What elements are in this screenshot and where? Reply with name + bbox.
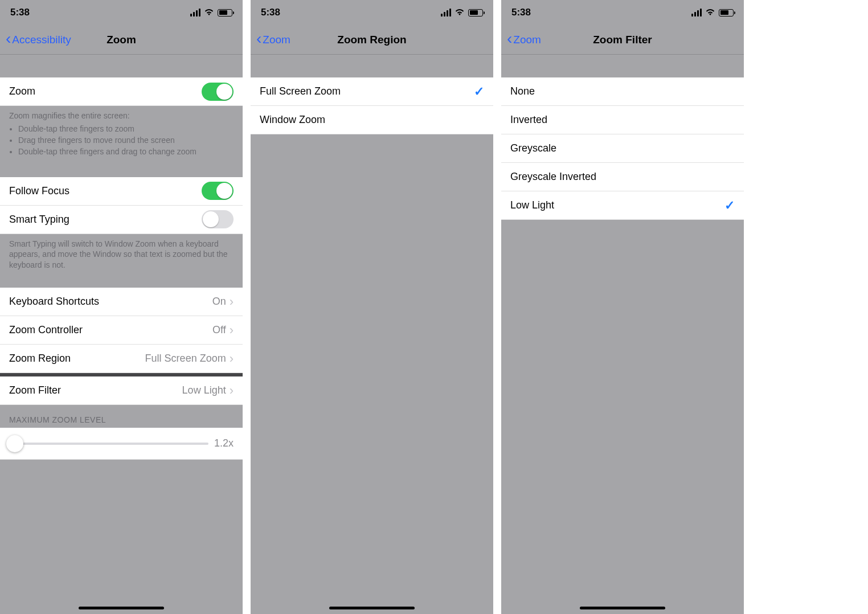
row-value: Off [212,324,226,336]
option-label: Inverted [510,114,735,126]
chevron-right-icon: › [230,323,234,338]
option-label: Window Zoom [260,114,484,126]
status-time: 5:38 [261,7,280,18]
battery-icon [468,9,483,17]
option-label: Greyscale [510,142,735,154]
row-label: Zoom Region [9,353,145,365]
follow-focus-row[interactable]: Follow Focus [0,177,243,206]
status-time: 5:38 [10,7,30,18]
max-zoom-header: MAXIMUM ZOOM LEVEL [0,405,243,428]
back-label: Zoom [263,34,290,46]
back-button[interactable]: ‹ Accessibility [6,25,71,54]
back-button[interactable]: ‹ Zoom [507,25,541,54]
max-zoom-slider[interactable] [9,443,208,445]
back-label: Zoom [513,34,541,46]
zoom-toggle-row[interactable]: Zoom [0,77,243,106]
option-label: Low Light [510,199,724,211]
back-label: Accessibility [12,34,71,46]
nav-bar: ‹ Accessibility Zoom [0,25,243,55]
row-value: On [212,296,226,308]
max-zoom-value: 1.2x [214,437,234,449]
screen-zoom-region: 5:38 ‹ Zoom Zoom Region Full Screen Zoom… [251,0,493,614]
row-label: Follow Focus [9,185,202,197]
status-bar: 5:38 [251,0,493,25]
max-zoom-slider-row[interactable]: 1.2x [0,428,243,460]
chevron-right-icon: › [230,294,234,309]
follow-focus-switch[interactable] [202,182,234,200]
wifi-icon [455,7,465,18]
home-indicator[interactable] [580,607,665,609]
status-time: 5:38 [511,7,531,18]
zoom-description: Zoom magnifies the entire screen: Double… [0,106,243,166]
option-none[interactable]: None [501,77,744,106]
option-low-light[interactable]: Low Light ✓ [501,191,744,220]
zoom-controller-row[interactable]: Zoom Controller Off › [0,316,243,345]
cellular-icon [190,9,200,17]
option-greyscale[interactable]: Greyscale [501,134,744,163]
option-full-screen-zoom[interactable]: Full Screen Zoom ✓ [251,77,493,106]
back-button[interactable]: ‹ Zoom [256,25,290,54]
zoom-region-row[interactable]: Zoom Region Full Screen Zoom › [0,345,243,373]
checkmark-icon: ✓ [474,84,484,99]
checkmark-icon: ✓ [724,198,735,213]
smart-typing-switch[interactable] [202,210,234,228]
home-indicator[interactable] [329,607,415,609]
chevron-left-icon: ‹ [507,31,512,47]
option-label: None [510,85,735,97]
row-label: Keyboard Shortcuts [9,296,212,308]
status-icons [441,7,483,18]
screen-zoom-settings: 5:38 ‹ Accessibility Zoom Zoom Zoom magn… [0,0,243,614]
page-title: Zoom Filter [593,34,652,46]
row-label: Zoom [9,85,202,97]
status-bar: 5:38 [501,0,744,25]
chevron-right-icon: › [230,351,234,366]
row-label: Smart Typing [9,214,202,226]
status-icons [691,7,734,18]
row-label: Zoom Filter [9,384,182,396]
option-label: Full Screen Zoom [260,85,474,97]
option-greyscale-inverted[interactable]: Greyscale Inverted [501,163,744,191]
chevron-left-icon: ‹ [256,31,261,47]
nav-bar: ‹ Zoom Zoom Filter [501,25,744,55]
option-inverted[interactable]: Inverted [501,106,744,134]
option-window-zoom[interactable]: Window Zoom [251,106,493,134]
zoom-filter-row[interactable]: Zoom Filter Low Light › [0,376,243,405]
cellular-icon [441,9,451,17]
chevron-right-icon: › [230,383,234,398]
status-icons [190,7,232,18]
cellular-icon [691,9,702,17]
row-label: Zoom Controller [9,324,212,336]
page-title: Zoom [107,34,136,46]
screen-zoom-filter: 5:38 ‹ Zoom Zoom Filter None Inverted Gr… [501,0,744,614]
zoom-switch[interactable] [202,83,234,101]
keyboard-shortcuts-row[interactable]: Keyboard Shortcuts On › [0,288,243,316]
page-title: Zoom Region [337,34,406,46]
chevron-left-icon: ‹ [6,31,11,47]
wifi-icon [705,7,715,18]
smart-typing-row[interactable]: Smart Typing [0,206,243,234]
row-value: Full Screen Zoom [145,353,226,365]
smart-typing-description: Smart Typing will switch to Window Zoom … [0,234,243,279]
wifi-icon [204,7,214,18]
battery-icon [218,9,232,17]
status-bar: 5:38 [0,0,243,25]
nav-bar: ‹ Zoom Zoom Region [251,25,493,55]
battery-icon [719,9,734,17]
option-label: Greyscale Inverted [510,171,735,183]
row-value: Low Light [182,384,226,396]
home-indicator[interactable] [79,607,164,609]
